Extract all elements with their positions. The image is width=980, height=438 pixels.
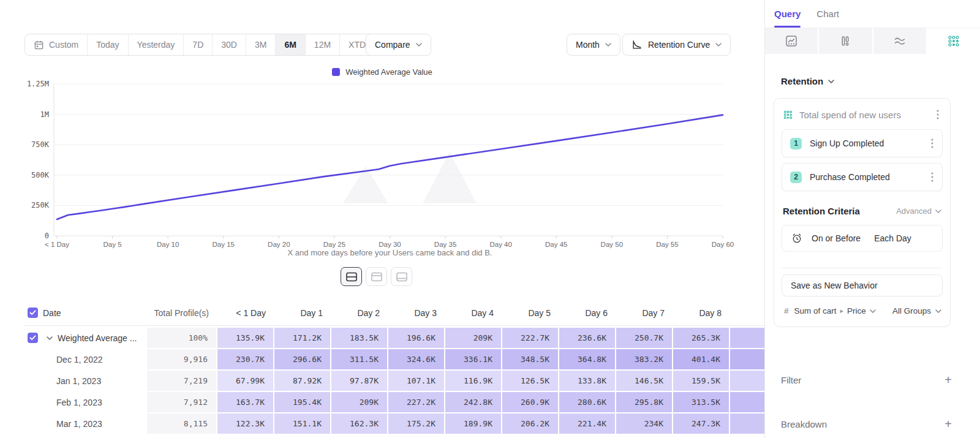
row-label: Weighted Average ... [58,333,137,343]
divider [782,268,943,268]
funnel-report-tab[interactable] [819,28,873,54]
row-label: Feb 1, 2023 [56,398,102,407]
layout-chart-view-button[interactable] [366,267,387,286]
retention-value-cell: 364.8K [559,349,616,369]
add-breakdown-button[interactable]: + [944,418,952,430]
svg-text:Day 10: Day 10 [157,241,179,248]
row-label: Dec 1, 2022 [56,355,103,364]
column-header: Day 7 [616,300,673,325]
chevron-down-icon [935,210,941,213]
column-header: < 1 Day [217,300,274,325]
legend-label: Weighted Average Value [345,67,432,77]
retention-icon [783,110,793,120]
criteria-mode-selector[interactable]: Advanced [896,206,941,216]
event-menu-button[interactable] [929,170,936,184]
svg-text:750K: 750K [31,140,50,149]
retention-value-cell: 265.3K [673,328,730,348]
range-12m[interactable]: 12M [306,34,340,55]
split-view-icon [345,271,358,282]
behavior-title: Total spend of new users [799,110,928,120]
compare-button[interactable]: Compare [366,34,431,56]
behavior-header: Total spend of new users [782,106,943,129]
chevron-down-icon [870,309,876,313]
svg-text:0: 0 [45,232,49,240]
retention-value-cell: 175.2K [388,413,445,434]
layout-split-view-button[interactable] [341,267,362,286]
event-step-1[interactable]: 1Sign Up Completed [782,129,943,157]
row-label: Jan 1, 2023 [56,376,101,386]
range-3m[interactable]: 3M [246,34,276,55]
retention-value-cell: 260.9K [502,392,559,412]
arrow-right-icon: ▸ [840,307,844,315]
add-filter-button[interactable]: + [944,374,952,386]
range-30d[interactable]: 30D [213,34,246,55]
row-checkbox[interactable] [28,308,38,318]
svg-text:Day 20: Day 20 [268,241,290,248]
criteria-window: Each Day [874,233,911,243]
measure-row: # Sum of cart ▸ Price All Groups [782,296,943,319]
breakdown-section: Breakdown + [781,418,952,430]
column-header: Day 8 [673,300,730,325]
criteria-card[interactable]: On or Before Each Day [782,225,943,252]
bottom-panel-icon [396,271,408,282]
retention-value-cell: 135.9K [217,328,274,348]
insights-report-tab[interactable] [765,28,819,54]
svg-text:Day 5: Day 5 [104,241,122,248]
series-line[interactable] [57,115,723,219]
total-profiles-cell: 8,115 [147,413,217,434]
layout-table-view-button[interactable] [391,267,412,286]
measure-selector[interactable]: Sum of cart ▸ Price [794,306,887,315]
retention-value-cell: 227.2K [388,392,445,412]
total-profiles-cell: 7,219 [147,371,217,391]
chart-type-button[interactable]: Retention Curve [622,34,731,56]
expand-caret-icon[interactable] [47,336,53,340]
granularity-button[interactable]: Month [567,34,620,56]
tab-chart[interactable]: Chart [816,0,839,28]
behavior-menu-button[interactable] [934,107,941,122]
svg-text:< 1 Day: < 1 Day [45,241,69,248]
svg-text:Day 55: Day 55 [656,241,678,248]
column-header: Day 4 [445,300,502,325]
retention-value-cell: 159.5K [673,371,730,391]
save-as-new-behavior-button[interactable]: Save as New Behavior [782,274,943,296]
date-range-picker: CustomTodayYesterday7D30D3M6M12MXTD [24,34,386,56]
report-type-selector[interactable]: Retention [781,76,834,86]
retention-value-cell: 87.92K [274,371,331,391]
chevron-down-icon [828,80,834,83]
column-header: Total Profile(s) [147,300,217,325]
event-step-2[interactable]: 2Purchase Completed [782,163,943,191]
query-sidebar: Query Chart [764,0,980,438]
criteria-title: Retention Criteria [783,206,896,216]
range-yesterday[interactable]: Yesterday [129,34,184,55]
sidebar-tab-bar: Query Chart [765,0,980,28]
retention-value-cell: 401.4K [673,349,730,369]
svg-text:Day 30: Day 30 [379,241,401,248]
group-selector[interactable]: All Groups [892,306,941,315]
retention-report-tab[interactable] [927,28,980,54]
range-today[interactable]: Today [88,34,128,55]
table-row: Feb 1, 20237,912163.7K195.4K209K227.2K24… [24,392,764,412]
retention-value-cell: 295.8K [616,392,673,412]
retention-value-cell: 162.3K [331,413,388,434]
top-panel-icon [371,271,383,282]
total-profiles-cell: 9,916 [147,349,217,369]
range-custom[interactable]: Custom [25,34,88,55]
event-label: Purchase Completed [810,172,921,182]
kebab-icon [937,110,939,119]
row-checkbox[interactable] [28,333,38,343]
range-6m[interactable]: 6M [276,34,305,55]
x-axis-caption: X and more days before your Users came b… [288,248,492,257]
flows-report-tab[interactable] [873,28,927,54]
legend-swatch [332,68,340,76]
clipped-value-cell [730,413,764,434]
insights-icon [785,34,798,48]
range-7d[interactable]: 7D [184,34,213,55]
flows-icon [893,34,907,48]
event-menu-button[interactable] [929,136,936,151]
funnel-icon [839,34,852,48]
tab-query[interactable]: Query [774,0,801,28]
clipped-value-cell [730,392,764,412]
retention-value-cell: 383.2K [616,349,673,369]
event-list: 1Sign Up Completed2Purchase Completed [782,129,943,191]
retention-value-cell: 236.6K [559,328,616,348]
